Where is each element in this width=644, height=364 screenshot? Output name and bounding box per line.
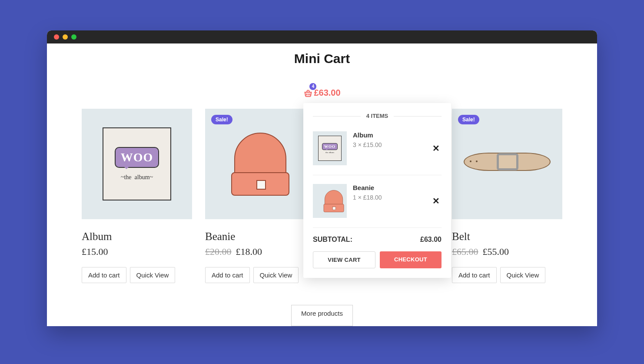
product-title: Belt [452, 230, 562, 243]
sale-badge: Sale! [211, 115, 232, 124]
mini-cart-item: WOO the album Album 3 × £15.00 ✕ [313, 127, 442, 175]
mini-cart-trigger[interactable]: 4 £63.00 [82, 88, 562, 98]
checkout-button[interactable]: CHECKOUT [380, 251, 442, 268]
mini-cart-item-name: Album [353, 131, 425, 139]
window-titlebar [47, 30, 597, 43]
album-illustration: WOO the album [318, 136, 342, 161]
mini-cart-subtotal: SUBTOTAL: £63.00 [313, 236, 442, 244]
browser-window: Mini Cart 4 £63.00 WOO ~the album~ [47, 30, 597, 326]
mini-cart-item-name: Beanie [353, 184, 425, 191]
product-card: WOO ~the album~ Album £15.00 Add to cart… [82, 109, 192, 283]
more-products-button[interactable]: More products [291, 305, 353, 326]
product-image[interactable]: Sale! [452, 109, 562, 219]
cart-count-badge: 4 [309, 83, 316, 90]
basket-icon: 4 [303, 88, 313, 98]
belt-illustration [464, 147, 551, 181]
add-to-cart-button[interactable]: Add to cart [82, 267, 126, 283]
minimize-window-button[interactable] [63, 34, 68, 40]
product-image[interactable]: WOO ~the album~ [82, 109, 192, 219]
quick-view-button[interactable]: Quick View [130, 267, 176, 283]
quick-view-button[interactable]: Quick View [500, 267, 546, 283]
mini-cart-dropdown: 4 ITEMS WOO the album Album 3 × £15.00 ✕ [303, 103, 451, 278]
add-to-cart-button[interactable]: Add to cart [452, 267, 497, 283]
product-card: Sale! Belt £65.00£55.00 Add to cart Quic… [452, 109, 562, 283]
product-card: Sale! Beanie £20.00£18.00 Add to cart Qu… [205, 109, 315, 283]
product-title: Beanie [205, 230, 315, 243]
product-price: £65.00£55.00 [452, 246, 562, 257]
product-price: £15.00 [82, 246, 192, 257]
mini-cart-thumb[interactable]: WOO the album [313, 131, 347, 165]
page-content: Mini Cart 4 £63.00 WOO ~the album~ [47, 43, 597, 326]
mini-cart-item-qty: 1 × £18.00 [353, 194, 425, 201]
product-image[interactable]: Sale! [205, 109, 315, 219]
sale-badge: Sale! [458, 115, 479, 124]
page-title: Mini Cart [82, 51, 562, 66]
subtotal-label: SUBTOTAL: [313, 236, 352, 244]
view-cart-button[interactable]: VIEW CART [313, 251, 375, 268]
remove-item-button[interactable]: ✕ [431, 196, 442, 206]
product-price: £20.00£18.00 [205, 246, 315, 257]
album-illustration: WOO ~the album~ [103, 127, 171, 200]
beanie-illustration [232, 133, 289, 196]
remove-item-button[interactable]: ✕ [431, 143, 442, 154]
add-to-cart-button[interactable]: Add to cart [205, 267, 250, 283]
close-icon: ✕ [432, 144, 440, 153]
mini-cart-item-qty: 3 × £15.00 [353, 141, 425, 148]
maximize-window-button[interactable] [71, 34, 76, 40]
cart-total: £63.00 [314, 88, 340, 98]
close-window-button[interactable] [54, 34, 59, 40]
product-title: Album [82, 230, 192, 243]
beanie-illustration [324, 190, 335, 212]
mini-cart-header: 4 ITEMS [313, 113, 442, 119]
close-icon: ✕ [432, 196, 440, 206]
quick-view-button[interactable]: Quick View [253, 267, 299, 283]
mini-cart-thumb[interactable] [313, 184, 347, 218]
mini-cart-item: Beanie 1 × £18.00 ✕ [313, 180, 442, 228]
subtotal-value: £63.00 [420, 236, 442, 244]
